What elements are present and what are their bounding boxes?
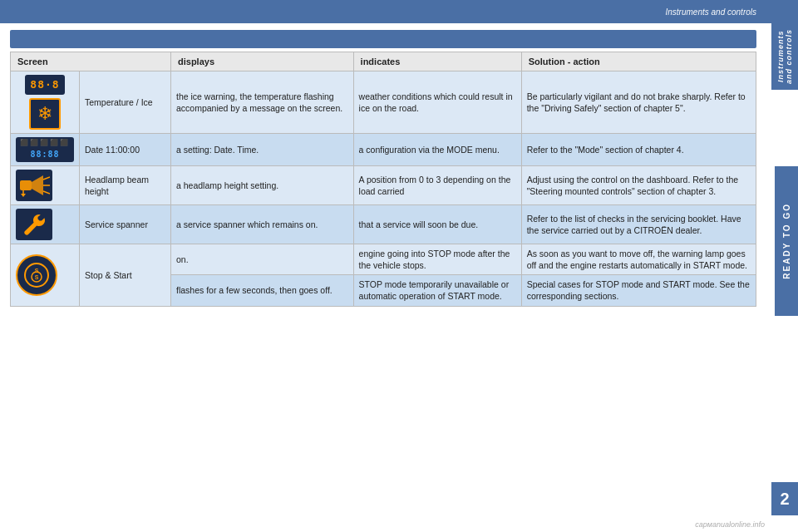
temp-icon-wrapper: 88·8 ❄	[16, 75, 74, 130]
svg-marker-1	[32, 175, 43, 195]
table-header-row: Screen displays indicates Solution - act…	[11, 52, 756, 71]
icon-cell-temperature: 88·8 ❄	[11, 71, 80, 134]
icon-cell-headlamp	[11, 165, 80, 204]
icon-cell-spanner	[11, 204, 80, 244]
stopstart-icon: S S	[16, 254, 57, 296]
spanner-icon	[16, 209, 52, 240]
chapter-number-bottom: 2	[771, 482, 798, 515]
svg-line-2	[43, 177, 50, 180]
solution-stopstart-a: As soon as you want to move off, the war…	[521, 244, 756, 274]
headlamp-beam-icon	[16, 170, 52, 201]
watermark: cармanualonline.info	[695, 520, 765, 529]
top-header-bar: Instruments and controls	[0, 0, 798, 23]
indicates-date: a configuration via the MODE menu.	[353, 133, 521, 165]
displays-stopstart-a: on.	[171, 244, 354, 274]
ready-to-go-label: READY TO GO	[775, 166, 798, 316]
main-table: Screen displays indicates Solution - act…	[10, 52, 756, 307]
indicates-temperature: weather conditions which could result in…	[353, 71, 521, 134]
table-row: S S Stop & Start on. engine going into S…	[11, 244, 756, 274]
temperature-display-icon: 88·8	[25, 75, 64, 95]
displays-spanner: a service spanner which remains on.	[171, 204, 354, 244]
icon-cell-stopstart: S S	[11, 244, 80, 306]
label-spanner: Service spanner	[80, 204, 171, 244]
table-row: Service spanner a service spanner which …	[11, 204, 756, 244]
indicates-spanner: that a service will soon be due.	[353, 204, 521, 244]
col-screen: Screen	[11, 52, 171, 71]
table-row: Headlamp beam height a headlamp height s…	[11, 165, 756, 204]
indicates-headlamp: A position from 0 to 3 depending on the …	[353, 165, 521, 204]
svg-text:S: S	[35, 274, 39, 280]
indicates-stopstart-a: engine going into STOP mode after the th…	[353, 244, 521, 274]
displays-headlamp: a headlamp height setting.	[171, 165, 354, 204]
label-date: Date 11:00:00	[80, 133, 171, 165]
solution-temperature: Be particularly vigilant and do not brak…	[521, 71, 756, 134]
solution-stopstart-b: Special cases for STOP mode and START mo…	[521, 275, 756, 306]
main-content: Screen displays indicates Solution - act…	[0, 23, 766, 532]
chapter-number-top: Instruments and controls	[771, 23, 798, 90]
solution-spanner: Refer to the list of checks in the servi…	[521, 204, 756, 244]
snowflake-icon: ❄	[29, 98, 61, 130]
svg-line-4	[43, 191, 50, 194]
table-row: ⬛⬛⬛⬛⬛ 88:88 Date 11:00:00 a setting: Dat…	[11, 133, 756, 165]
col-solution: Solution - action	[521, 52, 756, 71]
indicates-stopstart-b: STOP mode temporarily unavailable or aut…	[353, 275, 521, 306]
col-displays: displays	[171, 52, 354, 71]
label-headlamp: Headlamp beam height	[80, 165, 171, 204]
side-label-text: READY TO GO	[782, 203, 791, 279]
col-indicates: indicates	[353, 52, 521, 71]
section-title-bar	[10, 30, 756, 48]
displays-date: a setting: Date. Time.	[171, 133, 354, 165]
table-row: 88·8 ❄ Temperature / Ice the ice warning…	[11, 71, 756, 134]
svg-marker-6	[21, 194, 26, 197]
label-stopstart: Stop & Start	[80, 244, 171, 306]
svg-rect-0	[20, 180, 32, 190]
date-display-icon: ⬛⬛⬛⬛⬛ 88:88	[16, 137, 74, 162]
solution-headlamp: Adjust using the control on the dashboar…	[521, 165, 756, 204]
solution-date: Refer to the "Mode" section of chapter 4…	[521, 133, 756, 165]
displays-temperature: the ice warning, the temperature flashin…	[171, 71, 354, 134]
icon-cell-date: ⬛⬛⬛⬛⬛ 88:88	[11, 133, 80, 165]
label-temperature: Temperature / Ice	[80, 71, 171, 134]
displays-stopstart-b: flashes for a few seconds, then goes off…	[171, 275, 354, 306]
header-title: Instruments and controls	[666, 7, 757, 17]
